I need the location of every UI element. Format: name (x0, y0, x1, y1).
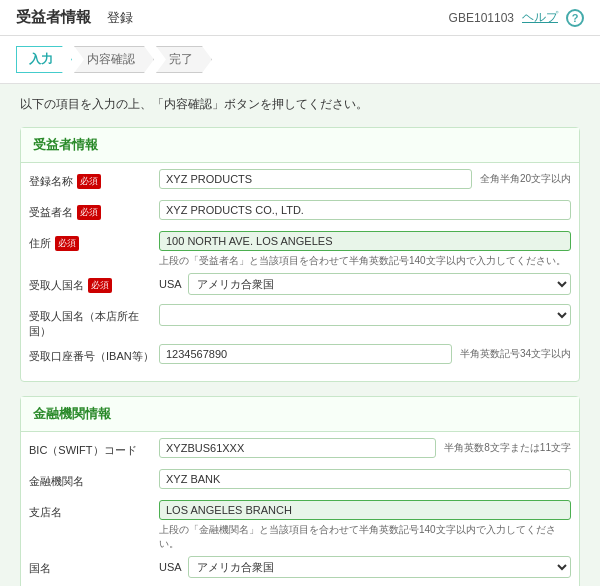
fin-country-prefix: USA (159, 561, 182, 573)
label-registration-name: 登録名称 必須 (29, 169, 159, 189)
page-title: 受益者情報 (16, 8, 91, 27)
value-country: USA アメリカ合衆国 (159, 556, 571, 578)
step-confirm: 内容確認 (74, 46, 154, 73)
label-address: 住所 必須 (29, 231, 159, 251)
country-prefix: USA (159, 278, 182, 290)
form-row-beneficiary-name: 受益者名 必須 (29, 200, 571, 226)
app-wrapper: 受益者情報 登録 GBE101103 ヘルプ ? 入力 内容確認 完了 以下の項… (0, 0, 600, 586)
form-row-home-country: 受取人国名（本店所在国） (29, 304, 571, 339)
recipient-country-select[interactable]: アメリカ合衆国 (188, 273, 571, 295)
steps-bar: 入力 内容確認 完了 (0, 36, 600, 84)
value-beneficiary-name (159, 200, 571, 220)
instruction-text: 以下の項目を入力の上、「内容確認」ボタンを押してください。 (20, 96, 580, 113)
value-home-country (159, 304, 571, 326)
header-right: GBE101103 ヘルプ ? (449, 9, 584, 27)
user-id: GBE101103 (449, 11, 514, 25)
required-badge: 必須 (77, 174, 101, 189)
form-row-account-number: 受取口座番号（IBAN等） 半角英数記号34文字以内 (29, 344, 571, 370)
label-bic: BIC（SWIFT）コード (29, 438, 159, 458)
value-bank-name (159, 469, 571, 489)
label-country: 国名 (29, 556, 159, 576)
help-label[interactable]: ヘルプ (522, 9, 558, 26)
home-country-select[interactable] (159, 304, 571, 326)
value-account-number: 半角英数記号34文字以内 (159, 344, 571, 364)
form-row-bank-name: 金融機関名 (29, 469, 571, 495)
bank-name-input[interactable] (159, 469, 571, 489)
hint-account-number: 半角英数記号34文字以内 (460, 347, 571, 361)
form-row-branch-name: 支店名 上段の「金融機関名」と当該項目を合わせて半角英数記号140文字以内で入力… (29, 500, 571, 551)
select-wrapper-country: USA アメリカ合衆国 (159, 273, 571, 295)
financial-section-title: 金融機関情報 (21, 397, 579, 432)
required-badge-3: 必須 (55, 236, 79, 251)
value-registration-name: 全角半角20文字以内 (159, 169, 571, 189)
hint-registration-name: 全角半角20文字以内 (480, 172, 571, 186)
header: 受益者情報 登録 GBE101103 ヘルプ ? (0, 0, 600, 36)
beneficiary-name-input[interactable] (159, 200, 571, 220)
label-recipient-country: 受取人国名 必須 (29, 273, 159, 293)
value-bic: 半角英数8文字または11文字 (159, 438, 571, 458)
branch-name-input[interactable] (159, 500, 571, 520)
value-recipient-country: USA アメリカ合衆国 (159, 273, 571, 295)
form-row-country: 国名 USA アメリカ合衆国 (29, 556, 571, 582)
label-bank-name: 金融機関名 (29, 469, 159, 489)
required-badge-2: 必須 (77, 205, 101, 220)
value-address: 上段の「受益者名」と当該項目を合わせて半角英数記号140文字以内で入力してくださ… (159, 231, 571, 268)
fin-country-select[interactable]: アメリカ合衆国 (188, 556, 571, 578)
step-input: 入力 (16, 46, 72, 73)
beneficiary-section: 受益者情報 登録名称 必須 全角半角20文字以内 (20, 127, 580, 382)
required-badge-4: 必須 (88, 278, 112, 293)
label-home-country: 受取人国名（本店所在国） (29, 304, 159, 339)
main-content: 以下の項目を入力の上、「内容確認」ボタンを押してください。 受益者情報 登録名称… (0, 84, 600, 586)
account-number-input[interactable] (159, 344, 452, 364)
help-icon[interactable]: ? (566, 9, 584, 27)
input-row-bic: 半角英数8文字または11文字 (159, 438, 571, 458)
page-subtitle: 登録 (107, 9, 133, 27)
label-account-number: 受取口座番号（IBAN等） (29, 344, 159, 364)
form-row-bic: BIC（SWIFT）コード 半角英数8文字または11文字 (29, 438, 571, 464)
beneficiary-section-title: 受益者情報 (21, 128, 579, 163)
input-row-account: 半角英数記号34文字以内 (159, 344, 571, 364)
beneficiary-section-body: 登録名称 必須 全角半角20文字以内 受益者名 必須 (21, 163, 579, 381)
label-branch-name: 支店名 (29, 500, 159, 520)
financial-section: 金融機関情報 BIC（SWIFT）コード 半角英数8文字または11文字 (20, 396, 580, 586)
address-input[interactable] (159, 231, 571, 251)
input-row-registration: 全角半角20文字以内 (159, 169, 571, 189)
header-left: 受益者情報 登録 (16, 8, 133, 27)
financial-section-body: BIC（SWIFT）コード 半角英数8文字または11文字 金融機関名 (21, 432, 579, 586)
form-row-address: 住所 必須 上段の「受益者名」と当該項目を合わせて半角英数記号140文字以内で入… (29, 231, 571, 268)
label-beneficiary-name: 受益者名 必須 (29, 200, 159, 220)
form-row-registration-name: 登録名称 必須 全角半角20文字以内 (29, 169, 571, 195)
bic-input[interactable] (159, 438, 436, 458)
form-row-recipient-country: 受取人国名 必須 USA アメリカ合衆国 (29, 273, 571, 299)
hint-bic: 半角英数8文字または11文字 (444, 441, 571, 455)
registration-name-input[interactable] (159, 169, 472, 189)
step-complete: 完了 (156, 46, 212, 73)
value-branch-name: 上段の「金融機関名」と当該項目を合わせて半角英数記号140文字以内で入力してくだ… (159, 500, 571, 551)
hint-address: 上段の「受益者名」と当該項目を合わせて半角英数記号140文字以内で入力してくださ… (159, 254, 571, 268)
select-wrapper-fin-country: USA アメリカ合衆国 (159, 556, 571, 578)
hint-branch-name: 上段の「金融機関名」と当該項目を合わせて半角英数記号140文字以内で入力してくだ… (159, 523, 571, 551)
